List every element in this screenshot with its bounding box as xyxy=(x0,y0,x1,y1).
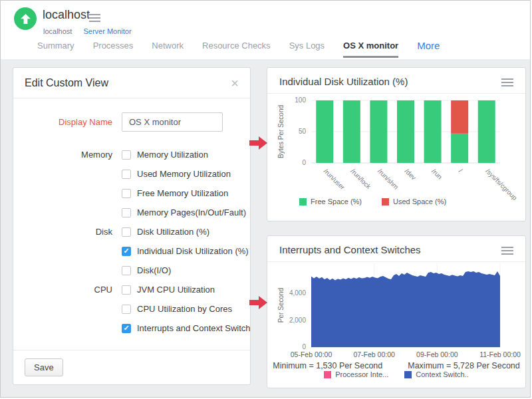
metric-row: CPUJVM CPU Utilization xyxy=(13,280,250,299)
checkbox-interrupts-and-context-switches[interactable] xyxy=(122,324,131,333)
checkbox-label: Memory Pages(In/Out/Fault) xyxy=(137,207,246,217)
title-menu-icon[interactable] xyxy=(89,14,100,22)
breadcrumb-server-monitor-link[interactable]: Server Monitor xyxy=(83,27,131,35)
metric-row: DiskDisk Utilization (%) xyxy=(13,222,250,241)
interrupts-card: Interrupts and Context Switches 02,0004,… xyxy=(267,235,526,388)
min-max-row: Minimum = 1,530 Per Second Maximum = 5,7… xyxy=(267,361,525,370)
legend-swatch xyxy=(324,371,331,378)
svg-text:/run/shm: /run/shm xyxy=(376,168,400,191)
svg-text:50: 50 xyxy=(299,128,307,135)
checkbox-label: Individual Disk Utilization (%) xyxy=(137,246,249,256)
checkbox-label: Interrupts and Context Switches xyxy=(137,323,250,333)
chart-legend: Processor Inte...Context Switch.. xyxy=(267,370,525,378)
checkbox-label: Disk Utilization (%) xyxy=(137,227,209,237)
checkbox-individual-disk-utilization-[interactable] xyxy=(122,247,131,256)
legend-item: Free Space (%) xyxy=(299,198,362,205)
svg-text:11-Feb 00:00: 11-Feb 00:00 xyxy=(479,350,521,358)
checkbox-label: Disk(I/O) xyxy=(137,265,171,275)
svg-text:100: 100 xyxy=(295,96,306,104)
svg-text:/run/lock: /run/lock xyxy=(349,168,372,191)
page-title: localhost xyxy=(43,8,90,22)
card-menu-icon[interactable] xyxy=(501,245,513,255)
close-icon[interactable]: × xyxy=(231,76,239,90)
legend-label: Context Switch.. xyxy=(416,370,468,378)
checkbox-label: Memory Utilization xyxy=(137,150,208,160)
chart-legend: Free Space (%)Used Space (%) xyxy=(267,198,525,205)
legend-item: Processor Inte... xyxy=(324,370,388,378)
checkbox-cpu-utilization-by-cores[interactable] xyxy=(122,305,131,314)
checkbox-memory-utilization[interactable] xyxy=(122,150,131,160)
tab-sys-logs[interactable]: Sys Logs xyxy=(289,41,325,56)
display-name-row: Display Name xyxy=(13,112,250,132)
svg-text:/sys/fs/cgroup: /sys/fs/cgroup xyxy=(484,168,519,202)
legend-label: Used Space (%) xyxy=(393,198,446,205)
legend-label: Free Space (%) xyxy=(311,198,362,205)
app-window: localhost localhost Server Monitor Summa… xyxy=(0,0,531,398)
tab-os-x-monitor[interactable]: OS X monitor xyxy=(343,41,398,58)
card-menu-icon[interactable] xyxy=(501,77,513,86)
checkbox-label: Free Memory Utilization xyxy=(137,188,228,198)
checkbox-used-memory-utilization[interactable] xyxy=(122,170,131,179)
tab-resource-checks[interactable]: Resource Checks xyxy=(202,41,271,56)
group-label: Memory xyxy=(13,150,122,160)
chart-title: Interrupts and Context Switches xyxy=(279,244,421,255)
legend-item: Used Space (%) xyxy=(382,198,446,205)
svg-text:/run: /run xyxy=(430,168,444,181)
up-arrow-icon xyxy=(21,14,31,24)
svg-text:/: / xyxy=(458,168,464,174)
svg-text:07-Feb 00:00: 07-Feb 00:00 xyxy=(353,350,395,358)
panel-header: Edit Custom View × xyxy=(13,68,250,98)
disk-utilization-chart: 050100Bytes Per Second/run/user/run/lock… xyxy=(273,94,525,194)
breadcrumb-host: localhost xyxy=(43,27,72,35)
minimum-value: Minimum = 1,530 Per Second xyxy=(273,361,382,370)
svg-text:4,000: 4,000 xyxy=(289,289,306,297)
checkbox-disk-i-o-[interactable] xyxy=(122,266,131,275)
svg-text:09-Feb 00:00: 09-Feb 00:00 xyxy=(416,350,458,358)
save-button[interactable]: Save xyxy=(25,358,63,376)
svg-text:Per Second: Per Second xyxy=(277,288,285,323)
legend-swatch xyxy=(404,371,412,378)
tab-summary[interactable]: Summary xyxy=(37,41,74,56)
card-header: Interrupts and Context Switches xyxy=(267,236,525,262)
tab-bar: SummaryProcessesNetworkResource ChecksSy… xyxy=(37,41,440,58)
svg-text:2,000: 2,000 xyxy=(289,317,306,324)
legend-item: Context Switch.. xyxy=(404,370,468,378)
edit-custom-view-panel: Edit Custom View × Display Name MemoryMe… xyxy=(13,67,251,385)
svg-text:/run/user: /run/user xyxy=(323,168,346,192)
interrupts-chart: 02,0004,00005-Feb 00:0007-Feb 00:0009-Fe… xyxy=(273,262,525,358)
maximum-value: Maximum = 5,728 Per Second xyxy=(408,361,520,370)
metric-row: Memory Pages(In/Out/Fault) xyxy=(13,203,250,222)
metric-row: Disk(I/O) xyxy=(13,261,250,280)
card-header: Individual Disk Utilization (%) xyxy=(267,68,525,94)
checkbox-label: CPU Utilization by Cores xyxy=(137,304,232,314)
display-name-label: Display Name xyxy=(13,117,122,127)
checkbox-free-memory-utilization[interactable] xyxy=(122,189,131,198)
svg-text:0: 0 xyxy=(302,159,306,166)
checkbox-memory-pages-in-out-fault-[interactable] xyxy=(122,208,131,217)
group-label: Disk xyxy=(13,227,122,237)
svg-text:/dev: /dev xyxy=(404,168,418,182)
legend-label: Processor Inte... xyxy=(335,370,388,378)
tab-more[interactable]: More xyxy=(417,40,440,51)
legend-swatch xyxy=(299,198,307,205)
panel-body: Display Name MemoryMemory UtilizationUse… xyxy=(13,98,250,350)
group-label: CPU xyxy=(13,285,122,295)
chart-title: Individual Disk Utilization (%) xyxy=(279,76,408,87)
checkbox-label: JVM CPU Utilization xyxy=(137,285,215,295)
tab-processes[interactable]: Processes xyxy=(93,41,134,56)
checkbox-jvm-cpu-utilization[interactable] xyxy=(122,285,131,295)
panel-footer: Save xyxy=(13,350,250,384)
pointer-arrow-icon xyxy=(249,135,268,151)
tab-network[interactable]: Network xyxy=(152,41,184,56)
metric-row: Individual Disk Utilization (%) xyxy=(13,241,250,261)
metric-row: CPU Utilization by Cores xyxy=(13,299,250,319)
pointer-arrow-icon xyxy=(249,295,268,311)
metric-row: Used Memory Utilization xyxy=(13,164,250,184)
checkbox-disk-utilization-[interactable] xyxy=(122,227,131,237)
legend-swatch xyxy=(382,198,389,205)
svg-text:0: 0 xyxy=(302,343,306,350)
checkbox-label: Used Memory Utilization xyxy=(137,169,231,179)
metric-row: Interrupts and Context Switches xyxy=(13,319,250,338)
display-name-input[interactable] xyxy=(122,112,223,132)
metric-row: Free Memory Utilization xyxy=(13,184,250,203)
